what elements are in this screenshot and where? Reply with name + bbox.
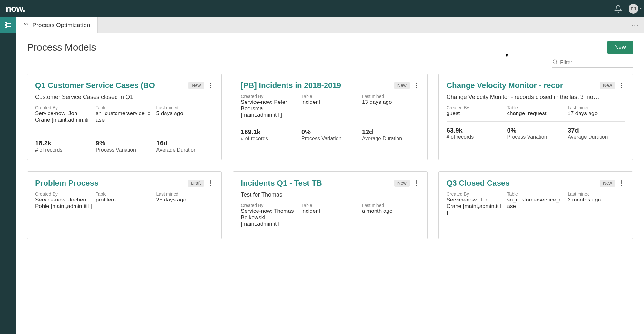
- card-title[interactable]: Change Velocity Monitor - recor: [447, 81, 597, 90]
- tabbar: Process Optimization ···: [16, 17, 644, 33]
- stat-duration-label: Average Duration: [362, 136, 419, 142]
- meta-created-by-label: Created By: [35, 105, 93, 110]
- meta-created-by-value: Service-now: Jochen Pohle [maint,admin,i…: [35, 197, 93, 210]
- stat-records-label: # of records: [35, 147, 93, 153]
- meta-table-value: change_request: [507, 110, 564, 117]
- meta-table-value: problem: [96, 197, 153, 203]
- card-description: Test for Thomas: [241, 192, 419, 198]
- stat-variation-value: 0%: [301, 128, 359, 136]
- hierarchy-icon: [23, 21, 29, 29]
- meta-last-mined-value: 2 months ago: [568, 197, 625, 203]
- card-description: Customer Service Cases closed in Q1: [35, 94, 214, 101]
- stat-duration-value: 37d: [568, 127, 625, 134]
- meta-table-label: Table: [301, 94, 359, 99]
- meta-table-label: Table: [507, 192, 564, 197]
- meta-last-mined-label: Last mined: [156, 192, 214, 197]
- process-model-card[interactable]: Change Velocity Monitor - recor New Chan…: [438, 74, 633, 160]
- meta-table-value: sn_customerservice_case: [507, 197, 564, 210]
- process-model-card[interactable]: Q1 Customer Service Cases (BO New Custom…: [27, 74, 222, 160]
- stat-records-label: # of records: [241, 136, 298, 142]
- status-badge: New: [394, 180, 410, 187]
- card-title[interactable]: Q1 Customer Service Cases (BO: [35, 81, 185, 90]
- filter-box[interactable]: [552, 58, 633, 68]
- process-model-card[interactable]: Q3 Closed Cases New Created By Service-n…: [438, 171, 633, 239]
- meta-last-mined-label: Last mined: [362, 94, 419, 99]
- card-menu-icon[interactable]: [413, 180, 419, 186]
- meta-last-mined-value: a month ago: [362, 208, 419, 214]
- page-header: Process Models New: [27, 41, 633, 54]
- card-menu-icon[interactable]: [619, 180, 625, 186]
- meta-last-mined-label: Last mined: [568, 192, 625, 197]
- meta-last-mined-label: Last mined: [362, 203, 419, 208]
- card-title[interactable]: Problem Process: [35, 179, 185, 188]
- card-menu-icon[interactable]: [619, 83, 625, 88]
- cards-grid: Q1 Customer Service Cases (BO New Custom…: [27, 74, 633, 239]
- topbar: now. EJ: [0, 0, 644, 17]
- notifications-icon[interactable]: [614, 5, 622, 13]
- meta-last-mined-value: 13 days ago: [362, 99, 419, 105]
- meta-created-by-value: Service-now: Jon Crane [maint,admin,itil…: [35, 110, 93, 130]
- new-button[interactable]: New: [607, 41, 633, 54]
- user-avatar[interactable]: EJ: [629, 4, 638, 14]
- meta-created-by-label: Created By: [241, 94, 298, 99]
- meta-last-mined-label: Last mined: [156, 105, 214, 110]
- meta-created-by-label: Created By: [241, 203, 298, 208]
- process-model-card[interactable]: Problem Process Draft Created By Service…: [27, 171, 222, 239]
- content: Process Models New Q1 Customer Service C…: [16, 33, 644, 247]
- meta-last-mined-value: 17 days ago: [568, 110, 625, 117]
- card-menu-icon[interactable]: [413, 83, 419, 88]
- meta-table-label: Table: [301, 203, 359, 208]
- stat-variation-value: 0%: [507, 127, 564, 134]
- svg-line-9: [556, 63, 558, 64]
- card-menu-icon[interactable]: [207, 83, 214, 88]
- tab-process-optimization[interactable]: Process Optimization: [16, 17, 98, 33]
- tab-label: Process Optimization: [32, 22, 90, 29]
- meta-table-label: Table: [507, 105, 564, 110]
- status-badge: New: [188, 82, 204, 89]
- process-model-card[interactable]: Incidents Q1 - Test TB New Test for Thom…: [233, 171, 427, 239]
- card-menu-icon[interactable]: [207, 180, 214, 186]
- stat-variation-value: 9%: [96, 140, 153, 147]
- page-title: Process Models: [27, 42, 96, 53]
- stat-duration-label: Average Duration: [156, 147, 214, 153]
- meta-last-mined-value: 25 days ago: [156, 197, 214, 203]
- status-badge: Draft: [188, 180, 204, 187]
- svg-rect-5: [26, 24, 27, 25]
- stat-records-value: 63.9k: [447, 127, 504, 134]
- sidebar-nav-icon[interactable]: [0, 17, 16, 33]
- app-logo: now.: [6, 4, 25, 14]
- card-title[interactable]: [PB] Incidents in 2018-2019: [241, 81, 391, 90]
- status-badge: New: [394, 82, 410, 89]
- meta-created-by-value: Service-now: Peter Boersma [maint,admin,…: [241, 99, 298, 118]
- sidebar: [0, 17, 16, 334]
- main: Process Optimization ··· Process Models …: [16, 17, 644, 334]
- status-badge: New: [600, 82, 615, 89]
- meta-created-by-label: Created By: [447, 192, 504, 197]
- process-model-card[interactable]: [PB] Incidents in 2018-2019 New Created …: [233, 74, 427, 160]
- meta-created-by-label: Created By: [447, 105, 504, 110]
- svg-rect-0: [5, 23, 7, 24]
- search-icon: [552, 59, 558, 66]
- stat-records-label: # of records: [447, 134, 504, 140]
- stat-records-value: 169.1k: [241, 128, 298, 136]
- meta-created-by-value: guest: [447, 110, 504, 117]
- tab-more-icon[interactable]: ···: [626, 17, 644, 33]
- card-title[interactable]: Incidents Q1 - Test TB: [241, 179, 391, 188]
- card-description: Change Velocity Monitor - records closed…: [447, 94, 625, 101]
- stat-duration-value: 12d: [362, 128, 419, 136]
- meta-created-by-label: Created By: [35, 192, 93, 197]
- stat-duration-label: Average Duration: [568, 134, 625, 140]
- meta-table-label: Table: [96, 192, 153, 197]
- stat-variation-label: Process Variation: [507, 134, 564, 140]
- stat-records-value: 18.2k: [35, 140, 93, 147]
- meta-created-by-value: Service-now: Jon Crane [maint,admin,itil…: [447, 197, 504, 216]
- svg-rect-4: [24, 22, 25, 23]
- meta-created-by-value: Service-now: Thomas Belkowski [maint,adm…: [241, 208, 298, 227]
- filter-input[interactable]: [560, 59, 633, 66]
- meta-table-label: Table: [96, 105, 153, 110]
- stat-variation-label: Process Variation: [96, 147, 153, 153]
- card-title[interactable]: Q3 Closed Cases: [447, 179, 597, 188]
- topbar-right: EJ: [614, 4, 638, 14]
- svg-point-8: [553, 60, 557, 63]
- status-badge: New: [600, 180, 615, 187]
